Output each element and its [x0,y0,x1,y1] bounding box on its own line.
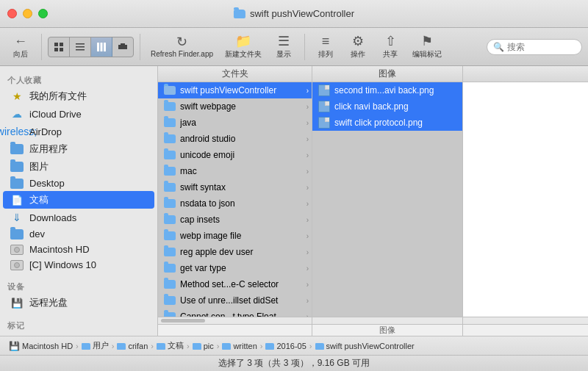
folder-item-icon [164,199,176,208]
folder-item-icon [164,215,176,224]
folder-list-item[interactable]: get var type› [158,260,312,276]
folder-scrollbar-thumb [161,319,205,323]
sidebar-item-macintosh[interactable]: Macintosh HD [3,242,154,257]
breadcrumb-label: written [233,342,257,350]
breadcrumb-separator: › [151,342,154,350]
close-button[interactable] [7,9,17,18]
back-button[interactable]: ← 向后 [6,33,35,61]
folder-item-name: get var type [180,263,306,273]
breadcrumb-separator: › [309,342,312,350]
breadcrumb-item[interactable]: swift pushViewController [315,342,415,350]
image-list-item[interactable]: click navi back.png [312,98,462,115]
breadcrumb-folder-icon [117,342,126,350]
folder-list-item[interactable]: swift pushViewController› [158,82,312,98]
folder-item-icon [164,264,176,273]
folder-list-item[interactable]: webp image file› [158,228,312,244]
breadcrumb-folder-icon [222,342,231,350]
breadcrumb-item[interactable]: 文稿 [157,340,184,351]
sidebar-item-dev[interactable]: dev [3,226,154,242]
display-button[interactable]: ☰ 显示 [269,33,298,61]
folder-list-item[interactable]: reg apple dev user› [158,244,312,260]
breadcrumb-item[interactable]: 2016-05 [265,342,306,350]
folder-item-name: swift syntax [180,182,306,192]
action-button[interactable]: ⚙ 操作 [343,33,373,61]
sidebar-item-airdrop[interactable]: wireless; AirDrop [3,123,154,140]
folder-item-name: webp image file [180,231,306,241]
search-input[interactable] [507,42,576,52]
folder-item-chevron: › [306,232,309,240]
folder-list-item[interactable]: android studio› [158,131,312,147]
image-scrollbar[interactable] [312,317,462,324]
svg-rect-1 [60,43,63,46]
folder-item-chevron: › [306,151,309,159]
sidebar-item-desktop[interactable]: Desktop [3,176,154,191]
folder-list-item[interactable]: swift webpage› [158,98,312,115]
refresh-button[interactable]: ↻ Refresh Finder.app [146,34,218,60]
toolbar: ← 向后 ↻ Refresh Finder.app 📁 新建文件夹 ☰ 显示 ≡… [0,28,588,66]
sidebar: 个人收藏 ★ 我的所有文件 ☁ iCloud Drive wireless; A… [0,66,158,336]
folder-list-item[interactable]: java› [158,115,312,131]
folder-list[interactable]: swift pushViewController›swift webpage›j… [158,82,312,317]
folder-item-chevron: › [306,119,309,127]
photos-icon [10,162,24,172]
window-folder-icon [234,10,245,18]
folder-list-item[interactable]: swift syntax› [158,179,312,195]
detail-scrollbar[interactable] [463,317,588,324]
folder-list-item[interactable]: mac› [158,163,312,179]
folder-list-item[interactable]: unicode emoji› [158,147,312,163]
folder-list-item[interactable]: Cannot con...t type Float› [158,309,312,317]
airdrop-icon: wireless; [10,125,24,138]
folder-list-item[interactable]: nsdata to json› [158,195,312,212]
maximize-button[interactable] [38,9,48,18]
sidebar-item-all-files[interactable]: ★ 我的所有文件 [3,87,154,105]
folder-list-item[interactable]: cap insets› [158,212,312,228]
sidebar-item-windows[interactable]: [C] Windows 10 [3,257,154,273]
folder-item-name: swift webpage [180,101,306,112]
breadcrumb-item[interactable]: crifan [117,342,148,350]
image-list-item[interactable]: swift click protocol.png [312,115,462,131]
view-list-btn[interactable] [70,37,91,57]
new-folder-button[interactable]: 📁 新建文件夹 [220,33,266,61]
detail-footer [463,324,588,336]
share-button[interactable]: ⇧ 共享 [376,33,405,61]
display-label: 显示 [276,49,291,60]
sidebar-item-photos[interactable]: 图片 [3,158,154,176]
sidebar-item-apps[interactable]: 应用程序 [3,140,154,158]
folder-item-icon [164,280,176,289]
svg-rect-11 [118,45,121,49]
search-box[interactable]: 🔍 [487,39,582,55]
folder-item-chevron: › [306,297,309,305]
status-text: 选择了 3 项（共 3 项），9.16 GB 可用 [218,357,370,370]
breadcrumb-item[interactable]: 💾Macintosh HD [9,341,73,351]
edit-tags-button[interactable]: ⚑ 编辑标记 [408,33,446,61]
folder-item-name: android studio [180,134,306,144]
view-coverflow-btn[interactable] [112,37,133,57]
image-list[interactable]: second tim...avi back.pngclick navi back… [312,82,462,317]
image-panel: 图像 second tim...avi back.pngclick navi b… [312,66,463,336]
minimize-button[interactable] [23,9,32,18]
detail-panel [463,66,588,336]
folder-scrollbar[interactable] [158,317,312,324]
view-column-btn[interactable] [91,37,112,57]
sidebar-item-remote-disk[interactable]: 💾 远程光盘 [3,294,154,311]
sidebar-label-photos: 图片 [29,160,49,173]
sidebar-item-documents[interactable]: 📄 文稿 [3,191,154,209]
breadcrumb-item[interactable]: 用户 [82,340,109,351]
folder-list-item[interactable]: Method set...e-C selector› [158,276,312,292]
back-label: 向后 [13,49,28,60]
sidebar-label-documents: 文稿 [29,193,49,206]
folder-item-name: reg apple dev user [180,247,306,257]
arrange-button[interactable]: ≡ 排列 [311,33,340,61]
folder-list-item[interactable]: Use of unre...illset didSet› [158,292,312,309]
image-list-item[interactable]: second tim...avi back.png [312,82,462,98]
sidebar-label-icloud: iCloud Drive [29,109,82,120]
folder-item-icon [164,151,176,159]
share-label: 共享 [383,49,398,60]
view-icon-btn[interactable] [49,37,70,57]
breadcrumb-item[interactable]: pic [193,342,214,350]
breadcrumb-label: crifan [128,342,148,350]
sidebar-item-icloud[interactable]: ☁ iCloud Drive [3,105,154,123]
breadcrumb-item[interactable]: written [222,342,257,350]
breadcrumb-label: pic [204,342,214,350]
sidebar-item-downloads[interactable]: ⇓ Downloads [3,209,154,226]
